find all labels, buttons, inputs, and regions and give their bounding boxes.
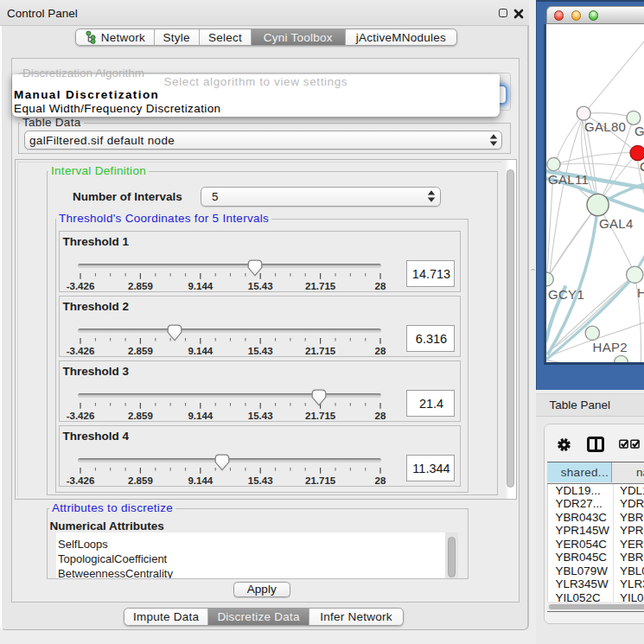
svg-text:C: C	[640, 159, 644, 174]
svg-text:HAP2: HAP2	[592, 340, 627, 354]
svg-text:GA: GA	[634, 124, 644, 138]
svg-text:GAL11: GAL11	[548, 172, 589, 187]
svg-text:GCY1: GCY1	[548, 287, 584, 302]
svg-text:H: H	[637, 285, 644, 300]
svg-text:GAL4: GAL4	[599, 216, 634, 231]
svg-text:GAL80: GAL80	[584, 119, 626, 134]
